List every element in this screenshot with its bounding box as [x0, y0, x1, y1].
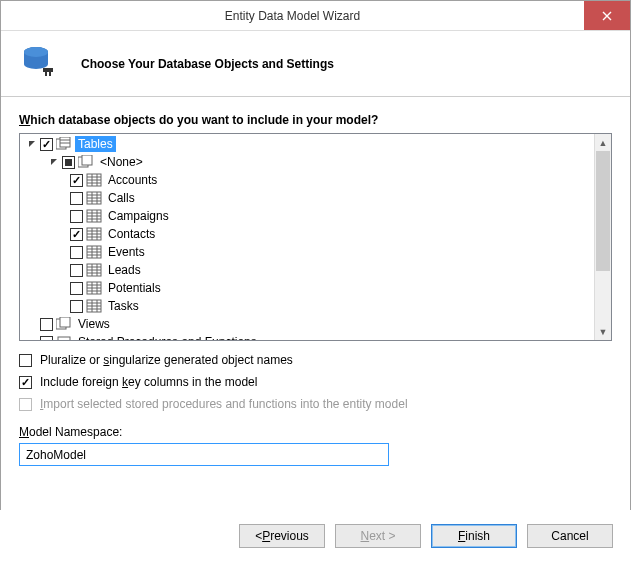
expander-icon[interactable]: [26, 138, 38, 150]
tree-label-table[interactable]: Calls: [105, 190, 138, 206]
tree-node-none[interactable]: <None>: [22, 153, 594, 171]
tree-viewport[interactable]: Tables <None> AccountsCallsCampaignsCont…: [20, 134, 594, 340]
scroll-up-icon[interactable]: ▲: [595, 134, 611, 151]
tree-node-sprocs[interactable]: Stored Procedures and Functions: [22, 333, 594, 340]
tree-label-table[interactable]: Events: [105, 244, 148, 260]
wizard-heading: Choose Your Database Objects and Setting…: [81, 57, 334, 71]
table-icon: [86, 227, 102, 241]
tree-label-table[interactable]: Contacts: [105, 226, 158, 242]
table-icon: [86, 173, 102, 187]
option-pluralize[interactable]: Pluralize or singularize generated objec…: [19, 349, 612, 371]
namespace-label: Model Namespace:: [19, 425, 612, 439]
tree-node-tables[interactable]: Tables: [22, 135, 594, 153]
tree-node-table[interactable]: Contacts: [22, 225, 594, 243]
close-button[interactable]: [584, 1, 630, 30]
scroll-thumb[interactable]: [596, 151, 610, 271]
tree-node-table[interactable]: Events: [22, 243, 594, 261]
views-group-icon: [56, 317, 72, 331]
tree-label-views[interactable]: Views: [75, 316, 113, 332]
option-foreign-keys[interactable]: Include foreign key columns in the model: [19, 371, 612, 393]
svg-rect-7: [82, 155, 92, 165]
tree-label-table[interactable]: Campaigns: [105, 208, 172, 224]
svg-rect-3: [60, 137, 70, 147]
schema-icon: [78, 155, 94, 169]
tree-node-table[interactable]: Tasks: [22, 297, 594, 315]
table-icon: [86, 191, 102, 205]
option-foreign-keys-label: Include foreign key columns in the model: [40, 375, 257, 389]
tree-node-table[interactable]: Campaigns: [22, 207, 594, 225]
objects-prompt: Which database objects do you want to in…: [19, 113, 612, 127]
tree-label-tables[interactable]: Tables: [75, 136, 116, 152]
option-import-sprocs-label: Import selected stored procedures and fu…: [40, 397, 408, 411]
checkbox-table[interactable]: [70, 300, 83, 313]
wizard-footer: < Previous Next > Finish Cancel: [0, 510, 631, 566]
window-title: Entity Data Model Wizard: [1, 9, 584, 23]
checkbox-table[interactable]: [70, 246, 83, 259]
tree-node-table[interactable]: Accounts: [22, 171, 594, 189]
checkbox-tables[interactable]: [40, 138, 53, 151]
table-icon: [86, 209, 102, 223]
options-group: Pluralize or singularize generated objec…: [19, 341, 612, 415]
tree-node-table[interactable]: Calls: [22, 189, 594, 207]
wizard-content: Which database objects do you want to in…: [1, 97, 630, 466]
checkbox-none[interactable]: [62, 156, 75, 169]
database-icon: [21, 44, 61, 84]
wizard-header: Choose Your Database Objects and Setting…: [1, 31, 630, 97]
titlebar: Entity Data Model Wizard: [1, 1, 630, 31]
checkbox-sprocs[interactable]: [40, 336, 53, 341]
checkbox-import-sprocs: [19, 398, 32, 411]
namespace-input[interactable]: [19, 443, 389, 466]
svg-rect-58: [58, 337, 70, 340]
objects-tree: Tables <None> AccountsCallsCampaignsCont…: [19, 133, 612, 341]
table-icon: [86, 281, 102, 295]
checkbox-table[interactable]: [70, 174, 83, 187]
checkbox-views[interactable]: [40, 318, 53, 331]
svg-rect-57: [60, 317, 70, 327]
tree-label-table[interactable]: Leads: [105, 262, 144, 278]
table-icon: [86, 245, 102, 259]
cancel-button[interactable]: Cancel: [527, 524, 613, 548]
checkbox-table[interactable]: [70, 210, 83, 223]
table-icon: [86, 299, 102, 313]
tree-label-table[interactable]: Tasks: [105, 298, 142, 314]
checkbox-table[interactable]: [70, 264, 83, 277]
tree-label-sprocs[interactable]: Stored Procedures and Functions: [75, 334, 260, 340]
tree-scrollbar[interactable]: ▲ ▼: [594, 134, 611, 340]
expander-icon[interactable]: [48, 156, 60, 168]
checkbox-table[interactable]: [70, 192, 83, 205]
finish-button[interactable]: Finish: [431, 524, 517, 548]
svg-point-1: [24, 47, 48, 57]
option-pluralize-label: Pluralize or singularize generated objec…: [40, 353, 293, 367]
checkbox-foreign-keys[interactable]: [19, 376, 32, 389]
tree-node-table[interactable]: Potentials: [22, 279, 594, 297]
table-icon: [86, 263, 102, 277]
scroll-down-icon[interactable]: ▼: [595, 323, 611, 340]
scroll-track[interactable]: [595, 151, 611, 323]
tree-label-table[interactable]: Accounts: [105, 172, 160, 188]
checkbox-table[interactable]: [70, 228, 83, 241]
tables-group-icon: [56, 137, 72, 151]
sprocs-group-icon: [56, 335, 72, 340]
checkbox-table[interactable]: [70, 282, 83, 295]
previous-button[interactable]: < Previous: [239, 524, 325, 548]
next-button: Next >: [335, 524, 421, 548]
tree-node-table[interactable]: Leads: [22, 261, 594, 279]
tree-node-views[interactable]: Views: [22, 315, 594, 333]
checkbox-pluralize[interactable]: [19, 354, 32, 367]
option-import-sprocs: Import selected stored procedures and fu…: [19, 393, 612, 415]
tree-label-table[interactable]: Potentials: [105, 280, 164, 296]
tree-label-none[interactable]: <None>: [97, 154, 146, 170]
